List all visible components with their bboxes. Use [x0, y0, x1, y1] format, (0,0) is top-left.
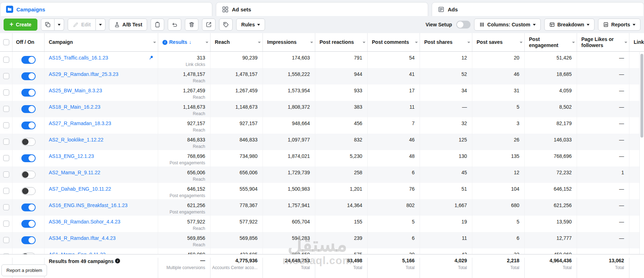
header-link[interactable]: Link: [629, 33, 644, 51]
chevron-down-icon: [415, 42, 418, 43]
table-row: AS2_Mama_R_9.11.22 656,006 Reach 656,006…: [0, 166, 644, 183]
campaign-link[interactable]: AS29_R_Ramdan.Iftar_25.3.23: [49, 71, 118, 77]
row-toggle-cell: [12, 101, 45, 117]
post-shares-cell: 1,667: [420, 199, 472, 216]
chevron-down-icon: [624, 42, 627, 43]
campaign-link[interactable]: AS36_R_Ramdan.Sohor_4.4.23: [49, 219, 120, 225]
row-checkbox[interactable]: [3, 139, 9, 145]
impressions-cell: 868,659: [263, 248, 315, 254]
header-label: Impressions: [267, 39, 296, 45]
undo-button[interactable]: [168, 19, 181, 31]
row-checkbox[interactable]: [3, 122, 9, 128]
duplicate-options-button[interactable]: [54, 19, 64, 31]
campaign-link[interactable]: AS15_Traffic.calls_16.1.23: [49, 55, 108, 61]
campaign-toggle[interactable]: [21, 171, 36, 179]
post-saves-cell: 12: [472, 166, 525, 183]
export-button[interactable]: [202, 19, 215, 31]
chevron-down-icon: [520, 42, 523, 43]
row-checkbox[interactable]: [3, 155, 9, 161]
campaign-toggle[interactable]: [21, 236, 36, 244]
results-cell: 313 Link clicks: [158, 52, 211, 68]
results-value: 459,069: [158, 252, 205, 254]
header-label: Post engagement: [529, 36, 570, 48]
post-saves-cell: 5: [472, 216, 525, 232]
row-checkbox[interactable]: [3, 204, 9, 210]
header-campaign[interactable]: Campaign: [45, 33, 158, 51]
row-checkbox[interactable]: [3, 171, 9, 177]
campaign-toggle[interactable]: [21, 122, 36, 129]
page-likes-cell: —: [577, 117, 629, 134]
post-saves-cell: 5: [472, 101, 525, 117]
report-problem-button[interactable]: Report a problem: [1, 264, 47, 276]
header-results[interactable]: i Results ↓: [158, 33, 211, 51]
row-checkbox[interactable]: [3, 106, 9, 112]
campaign-toggle[interactable]: [21, 187, 36, 195]
header-post-comments[interactable]: Post comments: [368, 33, 420, 51]
tag-button[interactable]: [219, 19, 233, 31]
edit-button[interactable]: Edit: [68, 19, 95, 31]
rules-button[interactable]: Rules: [236, 19, 265, 31]
ab-test-button[interactable]: A/B Test: [109, 19, 147, 31]
header-off-on: Off / On: [12, 33, 45, 51]
campaign-link[interactable]: AS7_Dahab_ENG_10.11.22: [49, 186, 111, 192]
row-checkbox[interactable]: [3, 188, 9, 194]
row-checkbox[interactable]: [3, 57, 9, 63]
row-checkbox[interactable]: [3, 221, 9, 227]
row-checkbox-cell: [0, 117, 12, 134]
tab-campaigns[interactable]: Campaigns: [0, 2, 212, 16]
post-reactions-cell: 944: [315, 68, 368, 84]
campaign-link[interactable]: AS13_ENG_12.1.23: [49, 153, 94, 159]
delete-button[interactable]: [185, 19, 198, 31]
results-value: 927,157: [158, 120, 205, 126]
row-checkbox[interactable]: [3, 89, 9, 96]
columns-button[interactable]: Columns: Custom: [474, 19, 541, 31]
header-page-likes[interactable]: Page Likes or followers: [577, 33, 629, 51]
view-setup-toggle[interactable]: [456, 21, 471, 29]
impressions-cell: 1,500,983: [263, 183, 315, 199]
header-post-saves[interactable]: Post saves: [472, 33, 525, 51]
pin-icon: [149, 55, 154, 60]
post-comments-cell: 76: [368, 183, 420, 199]
info-icon[interactable]: i: [115, 258, 120, 263]
toggle-knob: [22, 139, 28, 145]
select-all-checkbox[interactable]: [3, 39, 9, 45]
campaign-toggle[interactable]: [21, 204, 36, 211]
toggle-knob: [457, 21, 463, 28]
edit-options-button[interactable]: [96, 19, 105, 31]
campaign-link[interactable]: AS27_R_Ramadan_18.3.23: [49, 120, 111, 126]
toggle-knob: [28, 106, 35, 112]
post-shares-cell: 45: [420, 166, 472, 183]
header-post-engagement[interactable]: Post engagement: [525, 33, 577, 51]
header-post-shares[interactable]: Post shares: [420, 33, 472, 51]
header-post-reactions[interactable]: Post reactions: [315, 33, 368, 51]
campaign-toggle[interactable]: [21, 56, 36, 64]
campaign-link[interactable]: AS18_R_Main_16.2.23: [49, 104, 100, 110]
campaign-link[interactable]: AS1_Mama_Eng_8.11.22: [49, 252, 105, 254]
tab-ad-sets[interactable]: Ad sets: [216, 2, 428, 16]
row-checkbox[interactable]: [3, 237, 9, 243]
reports-button[interactable]: Reports: [598, 19, 640, 31]
header-reach[interactable]: Reach: [211, 33, 263, 51]
results-cell: 621,256 Post engagements: [158, 199, 211, 216]
breakdown-button[interactable]: Breakdown: [544, 19, 594, 31]
campaign-toggle[interactable]: [21, 89, 36, 97]
campaign-link[interactable]: AS25_BW_Main_8.3.23: [49, 88, 102, 93]
scrollbar-thumb[interactable]: [640, 54, 643, 138]
create-button[interactable]: + Create: [4, 19, 37, 31]
campaign-toggle[interactable]: [21, 220, 36, 228]
campaign-link[interactable]: AS2_Mama_R_9.11.22: [49, 170, 100, 175]
campaign-link[interactable]: AS2_R_looklike_1.12.22: [49, 137, 103, 143]
post-engagement-cell: 82,179: [525, 117, 577, 134]
campaign-toggle[interactable]: [21, 138, 36, 146]
campaign-toggle[interactable]: [21, 72, 36, 80]
clipboard-button[interactable]: [151, 19, 164, 31]
campaign-toggle[interactable]: [21, 105, 36, 113]
duplicate-button[interactable]: [41, 19, 54, 31]
campaign-toggle[interactable]: [21, 154, 36, 162]
header-impressions[interactable]: Impressions: [263, 33, 315, 51]
tab-ads[interactable]: Ads: [432, 2, 644, 16]
campaign-link[interactable]: AS34_R_Ramdan.Iftar_4.4.23: [49, 235, 116, 241]
campaign-link[interactable]: AS16_ENG.INS_Breakfast_16.1.23: [49, 202, 128, 208]
post-reactions-cell: 14,364: [315, 199, 368, 216]
row-checkbox[interactable]: [3, 73, 9, 79]
